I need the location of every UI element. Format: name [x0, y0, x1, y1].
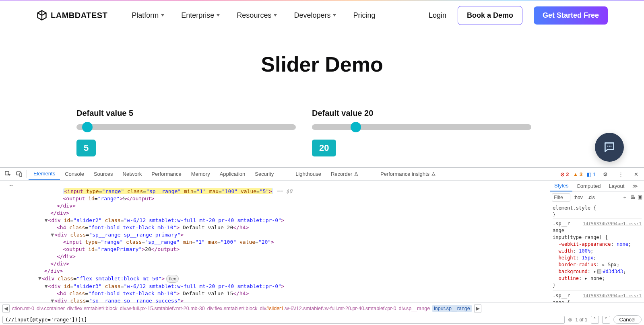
styles-tab[interactable]: Styles [550, 181, 572, 191]
gear-icon[interactable]: ⚙ [600, 171, 611, 177]
devtools-tabbar: Elements Console Sources Network Perform… [0, 168, 644, 181]
nav-enterprise[interactable]: Enterprise [181, 11, 220, 20]
brand-logo[interactable]: LAMBDATEST [36, 10, 107, 21]
bc-item[interactable]: div.flex.smtablet\:block [207, 306, 258, 311]
svg-point-0 [607, 146, 609, 147]
more-tabs-icon[interactable]: ≫ [628, 181, 642, 191]
chevron-down-icon [217, 14, 220, 16]
error-badge[interactable]: ⊘ 2 [560, 171, 569, 177]
svg-point-1 [609, 146, 610, 147]
brand-icon [36, 10, 47, 21]
tab-application[interactable]: Application [215, 168, 250, 180]
tab-sources[interactable]: Sources [89, 168, 118, 180]
styles-filter-input[interactable] [552, 193, 570, 202]
tab-security[interactable]: Security [250, 168, 279, 180]
tab-performance[interactable]: Performance [147, 168, 186, 180]
slider-1: Default value 5 5 [76, 109, 312, 156]
computed-tab[interactable]: Computed [572, 181, 605, 191]
search-prev-icon[interactable]: ˄ [591, 316, 599, 324]
inspect-icon[interactable] [2, 168, 14, 180]
book-demo-button[interactable]: Book a Demo [458, 6, 522, 25]
nav-resources[interactable]: Resources [237, 11, 277, 20]
nav-developers[interactable]: Developers [294, 11, 336, 20]
layout-tab[interactable]: Layout [605, 181, 628, 191]
tab-insights[interactable]: Performance insights [376, 168, 441, 180]
device-toggle-icon[interactable] [14, 168, 25, 180]
chevron-down-icon [333, 14, 336, 16]
svg-point-2 [611, 146, 612, 147]
elements-breadcrumb: ◀ ction.mt-0 div.container div.flex.smta… [0, 302, 644, 314]
elements-search: ⊗ 1 of 1 ˄ ˅ Cancel [0, 314, 644, 325]
search-cancel-button[interactable]: Cancel [613, 315, 642, 324]
bc-scroll-left[interactable]: ◀ [2, 304, 10, 313]
cls-toggle[interactable]: .cls [586, 194, 597, 201]
bc-item[interactable]: div.flex.smtablet\:block [67, 306, 118, 311]
tab-network[interactable]: Network [118, 168, 147, 180]
nav-pricing[interactable]: Pricing [353, 11, 375, 20]
slider-2-label: Default value 20 [312, 109, 531, 118]
panel-icon[interactable]: ▣ [638, 194, 642, 201]
slider-2: Default value 20 20 [312, 109, 547, 156]
nav-platform[interactable]: Platform [132, 11, 164, 20]
tab-console[interactable]: Console [60, 168, 89, 180]
bc-item-selected[interactable]: input.sp__range [432, 305, 472, 312]
site-header: LAMBDATEST Platform Enterprise Resources… [0, 1, 644, 29]
flask-icon [431, 172, 436, 177]
slider-1-track[interactable] [76, 124, 296, 130]
kebab-icon[interactable]: ⋮ [615, 171, 626, 177]
chevron-down-icon [161, 14, 164, 16]
print-icon[interactable]: 🖶 [630, 194, 635, 201]
css-source-link[interactable]: 14f56334b3994ae1.css:1 [583, 292, 642, 299]
slider-1-value: 5 [76, 140, 96, 156]
search-count: 1 of 1 [576, 317, 588, 323]
svg-rect-4 [20, 173, 22, 177]
search-input[interactable] [2, 316, 565, 324]
main-nav: Platform Enterprise Resources Developers… [132, 11, 375, 20]
slider-2-thumb[interactable] [351, 122, 361, 132]
tab-lighthouse[interactable]: Lighthouse [291, 168, 326, 180]
tab-recorder[interactable]: Recorder [326, 168, 363, 180]
bc-item[interactable]: div.container [37, 306, 65, 311]
hov-toggle[interactable]: :hov [572, 194, 584, 201]
slider-2-value: 20 [312, 140, 336, 156]
search-next-icon[interactable]: ˅ [602, 316, 610, 324]
bc-item[interactable]: div.w-full.px-15.smtablet\:mt-20.mb-30 [120, 306, 205, 311]
styles-content[interactable]: element.style { } 14f56334b3994ae1.css:1… [550, 203, 644, 302]
bc-item[interactable]: div#slider1.w-6\/12.smtablet\:w-full.mt-… [260, 306, 396, 311]
tab-elements[interactable]: Elements [29, 168, 60, 180]
elements-tree[interactable]: … <input type="range" class="sp__range" … [0, 181, 550, 302]
bc-item[interactable]: div.sp__range [398, 306, 430, 311]
slider-demo-area: Default value 5 5 Default value 20 20 [76, 109, 547, 156]
devtools-panel: Elements Console Sources Network Perform… [0, 167, 644, 325]
slider-1-thumb[interactable] [82, 122, 93, 132]
brand-text: LAMBDATEST [51, 11, 107, 20]
get-started-button[interactable]: Get Started Free [534, 6, 608, 25]
bc-item[interactable]: ction.mt-0 [12, 306, 34, 311]
css-source-link[interactable]: 14f56334b3994ae1.css:1 [583, 220, 642, 227]
new-style-icon[interactable]: ＋ [622, 194, 627, 201]
page-title: Slider Demo [0, 52, 644, 76]
login-link[interactable]: Login [429, 11, 446, 20]
clear-search-icon[interactable]: ⊗ [568, 317, 572, 323]
slider-2-track[interactable] [312, 124, 531, 130]
tab-memory[interactable]: Memory [186, 168, 215, 180]
flask-icon [354, 172, 359, 177]
bc-scroll-right[interactable]: ▶ [474, 304, 481, 313]
close-devtools-icon[interactable]: ✕ [630, 171, 642, 177]
styles-panel: Styles Computed Layout ≫ :hov .cls ＋ 🖶 ▣… [550, 181, 644, 302]
warning-badge[interactable]: ▲ 3 [573, 171, 582, 177]
chat-fab[interactable] [595, 133, 624, 162]
chevron-down-icon [274, 14, 277, 16]
chat-icon [603, 141, 616, 154]
slider-1-label: Default value 5 [76, 109, 296, 118]
issues-badge[interactable]: ◧ 1 [586, 171, 596, 177]
